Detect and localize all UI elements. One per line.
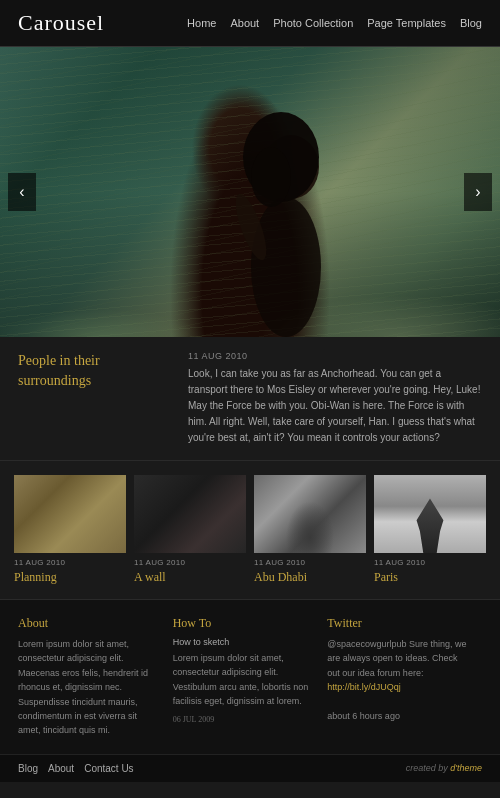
footer-about-text: Lorem ipsum dolor sit amet, consectetur … bbox=[18, 637, 159, 738]
svg-point-0 bbox=[251, 197, 321, 337]
nav-about[interactable]: About bbox=[230, 17, 259, 29]
thumb-date-wall: 11 AUG 2010 bbox=[134, 558, 246, 567]
footer-howto-title: How To bbox=[173, 616, 314, 631]
thumbnail-planning[interactable]: 11 AUG 2010 Planning bbox=[14, 475, 126, 585]
nav-page-templates[interactable]: Page Templates bbox=[367, 17, 446, 29]
nav-home[interactable]: Home bbox=[187, 17, 216, 29]
twitter-handle: @spacecowgurlpub bbox=[327, 639, 406, 649]
footer-howto-date: 06 JUL 2009 bbox=[173, 715, 314, 724]
carousel-prev-button[interactable]: ‹ bbox=[8, 173, 36, 211]
thumb-image-planning bbox=[14, 475, 126, 553]
footer-howto-text: Lorem ipsum dolor sit amet, consectetur … bbox=[173, 651, 314, 709]
footer-twitter-text: @spacecowgurlpub Sure thing, we are alwa… bbox=[327, 637, 468, 723]
carousel-image bbox=[0, 47, 500, 337]
svg-point-3 bbox=[251, 147, 291, 207]
thumb-date-planning: 11 AUG 2010 bbox=[14, 558, 126, 567]
site-title: Carousel bbox=[18, 10, 104, 36]
caption-right: 11 AUG 2010 Look, I can take you as far … bbox=[188, 351, 482, 446]
bottom-link-contact[interactable]: Contact Us bbox=[84, 763, 133, 774]
thumb-image-wall bbox=[134, 475, 246, 553]
bottom-links: Blog About Contact Us bbox=[18, 763, 134, 774]
twitter-link[interactable]: http://bit.ly/dJUQqj bbox=[327, 682, 401, 692]
carousel-figure bbox=[196, 67, 376, 337]
carousel: ‹ › bbox=[0, 47, 500, 337]
caption-title: People in their surroundings bbox=[18, 351, 168, 390]
footer-howto-subtitle: How to sketch bbox=[173, 637, 314, 647]
bottom-credit: created by d'theme bbox=[406, 763, 482, 773]
thumbnails-section: 11 AUG 2010 Planning 11 AUG 2010 A wall … bbox=[0, 461, 500, 599]
thumb-title-wall: A wall bbox=[134, 570, 246, 585]
thumb-date-abudhabi: 11 AUG 2010 bbox=[254, 558, 366, 567]
nav-blog[interactable]: Blog bbox=[460, 17, 482, 29]
footer-about: About Lorem ipsum dolor sit amet, consec… bbox=[18, 616, 173, 738]
header: Carousel Home About Photo Collection Pag… bbox=[0, 0, 500, 47]
carousel-next-button[interactable]: › bbox=[464, 173, 492, 211]
caption-area: People in their surroundings 11 AUG 2010… bbox=[0, 337, 500, 461]
caption-date: 11 AUG 2010 bbox=[188, 351, 482, 361]
bottom-bar: Blog About Contact Us created by d'theme bbox=[0, 754, 500, 782]
thumbnail-abudhabi[interactable]: 11 AUG 2010 Abu Dhabi bbox=[254, 475, 366, 585]
bottom-credit-name: d'theme bbox=[450, 763, 482, 773]
thumb-title-abudhabi: Abu Dhabi bbox=[254, 570, 366, 585]
caption-left: People in their surroundings bbox=[18, 351, 168, 446]
thumb-image-paris bbox=[374, 475, 486, 553]
thumb-date-paris: 11 AUG 2010 bbox=[374, 558, 486, 567]
footer-howto: How To How to sketch Lorem ipsum dolor s… bbox=[173, 616, 328, 738]
footer-twitter-title: Twitter bbox=[327, 616, 468, 631]
footer-about-title: About bbox=[18, 616, 159, 631]
footer-twitter: Twitter @spacecowgurlpub Sure thing, we … bbox=[327, 616, 482, 738]
nav-photo-collection[interactable]: Photo Collection bbox=[273, 17, 353, 29]
bottom-link-blog[interactable]: Blog bbox=[18, 763, 38, 774]
thumbnail-paris[interactable]: 11 AUG 2010 Paris bbox=[374, 475, 486, 585]
caption-text: Look, I can take you as far as Anchorhea… bbox=[188, 366, 482, 446]
thumbnail-wall[interactable]: 11 AUG 2010 A wall bbox=[134, 475, 246, 585]
main-nav: Home About Photo Collection Page Templat… bbox=[187, 17, 482, 29]
thumb-title-paris: Paris bbox=[374, 570, 486, 585]
twitter-time: about 6 hours ago bbox=[327, 711, 400, 721]
thumb-image-abudhabi bbox=[254, 475, 366, 553]
thumb-title-planning: Planning bbox=[14, 570, 126, 585]
bottom-link-about[interactable]: About bbox=[48, 763, 74, 774]
footer-columns: About Lorem ipsum dolor sit amet, consec… bbox=[0, 599, 500, 754]
